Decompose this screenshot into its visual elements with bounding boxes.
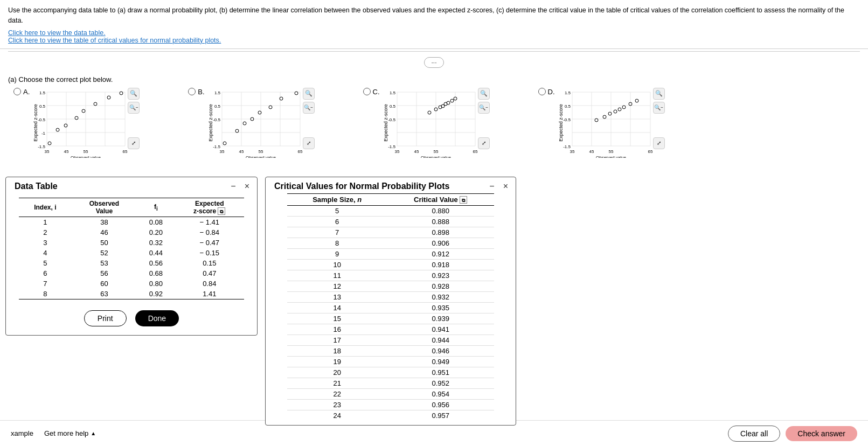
cv-cell-n: 13 (287, 292, 387, 303)
magnify-icon-a1[interactable]: 🔍 (128, 88, 140, 100)
cv-modal-close[interactable]: × (501, 182, 510, 191)
list-item: 22 0.954 (287, 389, 494, 400)
svg-text:55: 55 (433, 149, 438, 154)
cv-cell-value: 0.932 (387, 292, 494, 303)
magnify-icon-d2[interactable]: 🔍− (653, 102, 665, 114)
magnify-icon-a2[interactable]: 🔍− (128, 102, 140, 114)
magnify-icon-c2[interactable]: 🔍− (478, 102, 490, 114)
cv-cell-value: 0.951 (387, 367, 494, 378)
cell-fi: 0.44 (137, 248, 175, 258)
expand-icon-a[interactable]: ⤢ (128, 137, 140, 149)
plot-label-b: B. (198, 88, 204, 96)
data-table-minimize[interactable]: − (228, 182, 238, 191)
cell-fi: 0.56 (137, 258, 175, 268)
bottom-right: Clear all Check answer (728, 426, 857, 442)
svg-point-74 (428, 111, 431, 114)
cell-observed: 53 (72, 258, 137, 268)
data-table-link[interactable]: Click here to view the data table. (8, 29, 860, 37)
radio-d[interactable]: D. (538, 88, 555, 96)
cv-modal-header: Critical Values for Normal Probability P… (266, 177, 516, 193)
radio-b[interactable]: B. (188, 88, 204, 96)
svg-text:-1.5: -1.5 (213, 144, 220, 149)
svg-text:1.5: 1.5 (389, 90, 395, 95)
list-item: 19 0.949 (287, 357, 494, 367)
cv-cell-value: 0.923 (387, 270, 494, 281)
data-table-header: Data Table − × (6, 177, 257, 193)
check-answer-button[interactable]: Check answer (786, 426, 857, 441)
cv-cell-n: 12 (287, 281, 387, 292)
expand-icon-b[interactable]: ⤢ (303, 137, 315, 149)
expand-row: ··· (0, 54, 868, 71)
data-table-modal: Data Table − × Index, i ObservedValue fi… (5, 177, 258, 336)
y-label-c: Expected z-score (383, 104, 388, 142)
plot-option-b: B. Expected z-score (188, 88, 314, 158)
get-more-help[interactable]: Get more help ▲ (44, 429, 96, 437)
plot-a-container: Expected z-score (32, 88, 140, 158)
plot-option-a: A. Expected z-score (13, 88, 140, 158)
expand-button[interactable]: ··· (424, 57, 443, 68)
cv-cell-n: 7 (287, 227, 387, 238)
cell-expected: 0.15 (175, 258, 244, 268)
cv-copy-icon[interactable]: ⧉ (460, 196, 467, 204)
svg-point-22 (64, 124, 67, 127)
svg-text:1.5: 1.5 (214, 90, 220, 95)
plot-c-svg: Expected z-score 1.5 0.5 (382, 88, 490, 158)
svg-text:0.5: 0.5 (564, 104, 571, 109)
magnify-icon-b2[interactable]: 🔍− (303, 102, 315, 114)
cv-cell-value: 0.949 (387, 357, 494, 367)
y-label-b: Expected z-score (208, 104, 213, 142)
cv-table-link[interactable]: Click here to view the table of critical… (8, 37, 860, 44)
plot-a-svg: Expected z-score (32, 88, 140, 158)
cell-observed: 63 (72, 289, 137, 299)
copy-icon[interactable]: ⧉ (218, 207, 225, 215)
list-item: 10 0.918 (287, 260, 494, 270)
cv-modal-controls: − × (487, 182, 510, 191)
cv-cell-value: 0.954 (387, 389, 494, 400)
cell-fi: 0.08 (137, 217, 175, 228)
expand-icon-d[interactable]: ⤢ (653, 137, 665, 149)
data-table: Index, i ObservedValue fi Expectedz-scor… (19, 198, 244, 299)
svg-text:-0.5: -0.5 (213, 117, 220, 122)
cv-modal-title: Critical Values for Normal Probability P… (274, 182, 449, 191)
print-button[interactable]: Print (84, 310, 127, 326)
magnify-icon-b1[interactable]: 🔍 (303, 88, 315, 100)
data-table-controls: − × (228, 182, 252, 191)
magnify-icon-c1[interactable]: 🔍 (478, 88, 490, 100)
cell-expected: − 0.84 (175, 227, 244, 238)
magnify-icon-d1[interactable]: 🔍 (653, 88, 665, 100)
svg-text:Observed value: Observed value (246, 155, 276, 158)
table-row: 3 50 0.32 − 0.47 (19, 238, 244, 248)
cv-cell-value: 0.912 (387, 249, 494, 260)
plot-c-container: Expected z-score 1.5 0.5 (382, 88, 490, 158)
table-row: 7 60 0.80 0.84 (19, 278, 244, 289)
radio-a[interactable]: A. (13, 88, 30, 96)
clear-all-button[interactable]: Clear all (728, 426, 780, 442)
data-table-content: Index, i ObservedValue fi Expectedz-scor… (6, 193, 257, 304)
cell-observed: 38 (72, 217, 137, 228)
svg-point-52 (269, 106, 272, 109)
svg-point-104 (614, 110, 617, 113)
question-section: (a) Choose the correct plot below. A. Ex… (0, 71, 868, 164)
list-item: 11 0.923 (287, 270, 494, 281)
cv-cell-value: 0.946 (387, 346, 494, 357)
data-table-title: Data Table (15, 182, 58, 191)
plot-d-svg: Expected z-score 1.5 0.5 (557, 88, 665, 158)
table-row: 5 53 0.56 0.15 (19, 258, 244, 268)
list-item: 9 0.912 (287, 249, 494, 260)
cv-modal-minimize[interactable]: − (487, 182, 496, 191)
svg-point-102 (603, 115, 606, 119)
done-button[interactable]: Done (135, 310, 179, 326)
cv-cell-value: 0.956 (387, 400, 494, 410)
svg-text:1.5: 1.5 (564, 90, 571, 95)
expand-icon-c[interactable]: ⤢ (478, 137, 490, 149)
cv-cell-n: 17 (287, 335, 387, 346)
cell-index: 1 (19, 217, 72, 228)
y-label-a: Expected z-score (33, 104, 38, 142)
cv-cell-n: 24 (287, 410, 387, 420)
radio-c[interactable]: C. (363, 88, 380, 96)
svg-text:Observed value: Observed value (71, 155, 101, 158)
data-table-close[interactable]: × (242, 182, 252, 191)
list-item: 21 0.952 (287, 378, 494, 389)
list-item: 8 0.906 (287, 238, 494, 249)
cv-cell-value: 0.898 (387, 227, 494, 238)
